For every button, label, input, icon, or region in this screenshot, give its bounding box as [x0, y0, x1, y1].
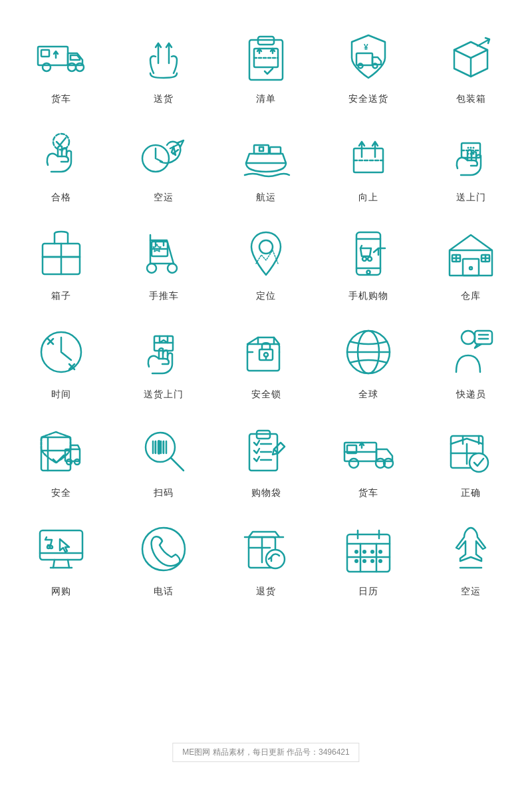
- kuaidiyuan-label: 快递员: [456, 389, 486, 401]
- icon-grid: 货车 送货: [13, 27, 519, 598]
- icon-item-gouwudai: 购物袋: [218, 421, 314, 499]
- huoche2-label: 货车: [358, 487, 378, 499]
- icon-item-kongyun: 空运: [116, 125, 211, 204]
- svg-point-100: [469, 453, 488, 472]
- svg-point-41: [368, 257, 372, 261]
- icon-item-huoche2: 货车: [321, 421, 416, 499]
- anquansonghuo-label: 安全送货: [348, 93, 388, 105]
- svg-rect-16: [259, 147, 263, 151]
- songhuo-icon: [134, 27, 194, 87]
- icon-item-anquan: 安全: [13, 421, 109, 499]
- huoche1-label: 货车: [51, 93, 71, 105]
- hangyun-icon: [236, 125, 296, 185]
- svg-point-123: [378, 559, 382, 563]
- svg-point-95: [349, 459, 358, 468]
- kongyun2-label: 空运: [461, 586, 481, 598]
- svg-point-118: [370, 550, 374, 554]
- baozhuangxiang-label: 包装箱: [456, 93, 486, 105]
- quanqiu-label: 全球: [358, 389, 378, 401]
- svg-point-34: [168, 264, 177, 273]
- kuaidiyuan-icon: [441, 322, 501, 382]
- xiangshang-label: 向上: [358, 192, 378, 204]
- huoche2-icon: [338, 421, 398, 481]
- tuihuo-label: 退货: [256, 586, 276, 598]
- svg-point-119: [378, 550, 382, 554]
- icon-item-cangku: 仓库: [423, 224, 519, 302]
- icon-item-shijian: 时间: [13, 322, 109, 401]
- icon-item-xiangzi: 箱子: [13, 224, 109, 302]
- icon-item-kuaidiyuan: 快递员: [423, 322, 519, 401]
- svg-point-22: [467, 147, 469, 149]
- xiangshang-icon: [338, 125, 398, 185]
- icon-item-shoujigouwo: 手机购物: [321, 224, 416, 302]
- svg-rect-71: [41, 437, 70, 471]
- songhuo-label: 送货: [154, 93, 174, 105]
- svg-point-67: [462, 331, 475, 344]
- cangku-label: 仓库: [461, 290, 481, 302]
- rili-label: 日历: [358, 586, 378, 598]
- wanggou-icon: [31, 519, 91, 579]
- kongyun2-icon: [441, 519, 501, 579]
- svg-point-40: [362, 257, 366, 261]
- dingwei-label: 定位: [256, 290, 276, 302]
- svg-point-24: [473, 147, 475, 149]
- zhengque-icon: [441, 421, 501, 481]
- icon-item-tuihuo: 退货: [218, 519, 314, 598]
- svg-point-11: [373, 64, 378, 69]
- svg-rect-103: [40, 530, 82, 560]
- dianhua-icon: [134, 519, 194, 579]
- songhuoshangmen-icon: [134, 322, 194, 382]
- svg-rect-42: [450, 250, 492, 276]
- icon-item-quanqiu: 全球: [321, 322, 416, 401]
- icon-item-dingwei: 定位: [218, 224, 314, 302]
- qingdan-icon: [236, 27, 296, 87]
- anquan-icon: [31, 421, 91, 481]
- svg-line-78: [171, 458, 184, 471]
- svg-point-25: [467, 153, 469, 155]
- gouwudai-label: 购物袋: [251, 487, 281, 499]
- icon-item-wanggou: 网购: [13, 519, 109, 598]
- svg-rect-1: [41, 50, 49, 57]
- svg-rect-112: [347, 534, 390, 572]
- songshangmen-icon: [441, 125, 501, 185]
- svg-point-120: [354, 559, 358, 563]
- icon-item-anquansonghuo: ¥ 安全送货: [321, 27, 416, 105]
- svg-point-35: [259, 240, 273, 254]
- icon-item-songhuo: 送货: [116, 27, 211, 105]
- svg-point-23: [470, 147, 472, 149]
- anquan-label: 安全: [51, 487, 71, 499]
- shoujigouwo-icon: [338, 224, 398, 284]
- qingdan-label: 清单: [256, 93, 276, 105]
- anquansonghuo-icon: ¥: [338, 27, 398, 87]
- svg-rect-17: [270, 147, 281, 154]
- icon-item-qingdan: 清单: [218, 27, 314, 105]
- kongyun-icon: [134, 125, 194, 185]
- hege-label: 合格: [51, 192, 71, 204]
- zhengque-label: 正确: [461, 487, 481, 499]
- svg-point-50: [469, 267, 472, 270]
- svg-text:¥: ¥: [364, 43, 368, 52]
- svg-point-116: [354, 550, 358, 554]
- anquansuo-icon: [236, 322, 296, 382]
- icon-item-baozhuangxiang: 包装箱: [423, 27, 519, 105]
- xiangzi-label: 箱子: [51, 290, 71, 302]
- svg-rect-58: [247, 344, 279, 371]
- hege-icon: [31, 125, 91, 185]
- tuihuo-icon: [236, 519, 296, 579]
- icon-item-shouthuiche: 手推车: [116, 224, 211, 302]
- svg-point-121: [362, 559, 366, 563]
- anquansuo-label: 安全锁: [251, 389, 281, 401]
- shijian-icon: [31, 322, 91, 382]
- icon-item-kongyun2: 空运: [423, 519, 519, 598]
- kongyun-label: 空运: [154, 192, 174, 204]
- songhuoshangmen-label: 送货上门: [144, 389, 184, 401]
- icon-item-saoma: 扫码: [116, 421, 211, 499]
- svg-point-26: [470, 153, 472, 155]
- xiangzi-icon: [31, 224, 91, 284]
- quanqiu-icon: [338, 322, 398, 382]
- icon-item-huoche1: 货车: [13, 27, 109, 105]
- dingwei-icon: [236, 224, 296, 284]
- watermark: ME图网 精品素材，每日更新 作品号：3496421: [172, 743, 359, 762]
- shouthuiche-icon: [134, 224, 194, 284]
- shouthuiche-label: 手推车: [149, 290, 179, 302]
